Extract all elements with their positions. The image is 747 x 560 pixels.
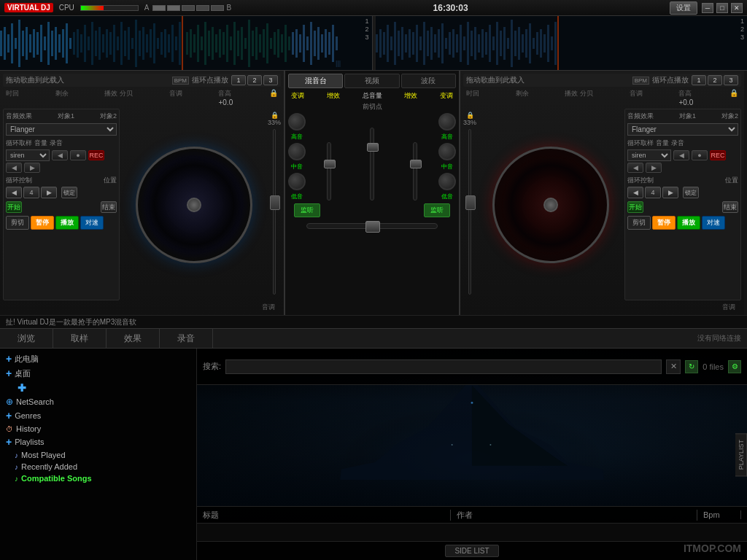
end-btn-right[interactable]: 结束 <box>722 201 738 213</box>
crossfader-track[interactable] <box>306 223 438 229</box>
playlist-tab[interactable]: PLAYLIST <box>735 433 747 476</box>
fader-track-master[interactable] <box>370 128 374 201</box>
pitch-handle-right[interactable] <box>465 195 476 210</box>
settings-icon-browser[interactable]: ⚙ <box>728 360 741 373</box>
fader-handle-right[interactable] <box>410 160 422 168</box>
loop-btn-1-left[interactable]: 1 <box>231 75 246 85</box>
nav-tab-fx[interactable]: 效果 <box>107 329 160 348</box>
restore-button[interactable]: □ <box>716 3 728 13</box>
sidebar-item-playlists[interactable]: + Playlists <box>0 435 196 449</box>
svg-rect-87 <box>314 31 316 56</box>
start-btn-left[interactable]: 开始 <box>6 201 22 213</box>
sample-select-right[interactable]: siren <box>627 149 671 161</box>
loop-btn-3-left[interactable]: 3 <box>263 75 278 85</box>
loop-next-left[interactable]: ▶ <box>41 187 57 198</box>
fx-select-left[interactable]: Flanger <box>6 123 117 136</box>
svg-rect-57 <box>204 22 206 65</box>
loop-lock-left[interactable]: 锁定 <box>61 187 77 198</box>
arrow-right-left[interactable]: ▶ <box>24 163 40 173</box>
nav-tab-sample[interactable]: 取样 <box>53 329 107 348</box>
vol-btn-right[interactable]: ◀ <box>673 150 689 160</box>
side-list-button[interactable]: SIDE LIST <box>445 545 498 557</box>
end-btn-left[interactable]: 结束 <box>101 201 117 213</box>
treble-knob-left[interactable] <box>288 113 306 131</box>
settings-button[interactable]: 设置 <box>670 1 697 15</box>
pitch-track-left[interactable] <box>273 129 276 295</box>
loop-btn-2-right[interactable]: 2 <box>708 75 722 85</box>
crossfader-handle[interactable] <box>365 221 380 233</box>
fader-handle-master[interactable] <box>367 143 379 152</box>
fx-select-right[interactable]: Flanger <box>627 123 738 136</box>
close-button[interactable]: ✕ <box>731 3 743 13</box>
fx-label-mixer2: 增效 <box>404 91 417 101</box>
sidebar-item-most-played[interactable]: ♪ Most Played <box>9 449 196 461</box>
nav-tab-browse[interactable]: 浏览 <box>0 329 53 348</box>
sample-select-left[interactable]: siren <box>6 149 50 161</box>
start-btn-right[interactable]: 开始 <box>627 201 643 213</box>
sidebar-item-recently-added[interactable]: ♪ Recently Added <box>9 461 196 472</box>
refresh-button[interactable]: ↻ <box>685 360 698 373</box>
table-headers: 标题 作者 Bpm <box>197 506 747 524</box>
mixer-tab-mixer[interactable]: 混音台 <box>288 74 343 88</box>
transform-label-left: 变调 <box>291 91 304 101</box>
bass-knob-left[interactable] <box>288 173 306 190</box>
loop-btn-1-right[interactable]: 1 <box>692 75 706 85</box>
play-btn-right[interactable]: 播放 <box>677 216 700 230</box>
monitor-left-btn[interactable]: 监听 <box>294 203 320 217</box>
sidebar-item-desktop-sub[interactable]: ✚ <box>12 381 196 395</box>
arrow-right-right[interactable]: ▶ <box>646 163 662 173</box>
pause-btn-left[interactable]: 暂停 <box>31 216 54 230</box>
deck-vol-right: 音高 +0.0 <box>678 89 693 106</box>
mid-knob-left[interactable] <box>288 143 306 160</box>
monitor-right-btn[interactable]: 监听 <box>424 203 450 217</box>
vol-btn2-left[interactable]: ● <box>70 150 86 160</box>
loop-prev-left[interactable]: ◀ <box>6 187 22 198</box>
loop-next-right[interactable]: ▶ <box>662 187 678 198</box>
pitch-track-right[interactable] <box>468 129 471 295</box>
arrow-left-right[interactable]: ◀ <box>627 163 643 173</box>
mid-knob-right[interactable] <box>438 143 456 160</box>
mixer-tab-video[interactable]: 视频 <box>344 74 399 88</box>
pause-btn-right[interactable]: 暂停 <box>652 216 676 230</box>
search-clear-button[interactable]: ✕ <box>666 359 681 374</box>
sidebar-item-desktop[interactable]: + 桌面 <box>0 366 196 381</box>
treble-knob-right[interactable] <box>438 113 456 131</box>
nav-tab-record[interactable]: 录音 <box>160 329 213 348</box>
speed-btn-right[interactable]: 对速 <box>702 216 725 230</box>
mid-lbl-left: 中音 <box>291 163 303 171</box>
vol-btn-left[interactable]: ◀ <box>52 150 68 160</box>
sidebar-item-netsearch[interactable]: ⊕ NetSearch <box>0 395 196 408</box>
svg-rect-137 <box>522 34 524 52</box>
fader-track-right[interactable] <box>413 142 417 201</box>
turntable-right[interactable] <box>492 147 609 263</box>
loop-btn-2-left[interactable]: 2 <box>247 75 262 85</box>
loop-lock-right[interactable]: 锁定 <box>683 187 699 198</box>
minimize-button[interactable]: ─ <box>702 3 713 13</box>
pitch-handle-left[interactable] <box>270 195 280 210</box>
sidebar-item-genres[interactable]: + Genres <box>0 408 196 423</box>
loop-ctrl-section-right: 循环控制 位置 ◀ 4 ▶ 锁定 <box>627 176 738 198</box>
cut-btn-right[interactable]: 剪切 <box>627 216 651 230</box>
vol-btn2-right[interactable]: ● <box>692 150 708 160</box>
mixer-tab-wave[interactable]: 波段 <box>401 74 456 88</box>
nav-status: 没有同络连接 <box>697 333 747 343</box>
svg-rect-44 <box>153 23 155 63</box>
rec-btn-left[interactable]: REC <box>88 150 104 160</box>
sidebar-item-compatible-songs[interactable]: ♪ Compatible Songs <box>9 472 196 484</box>
sidebar-item-computer[interactable]: + 此电脑 <box>0 351 196 366</box>
rec-btn-right[interactable]: REC <box>710 150 726 160</box>
bass-knob-right[interactable] <box>438 173 456 190</box>
turntable-left[interactable] <box>136 147 252 263</box>
svg-rect-68 <box>244 38 247 49</box>
loop-prev-right[interactable]: ◀ <box>627 187 643 198</box>
svg-rect-93 <box>336 36 338 50</box>
search-input[interactable] <box>225 359 662 374</box>
speed-btn-left[interactable]: 对速 <box>80 216 104 230</box>
arrow-left-left[interactable]: ◀ <box>6 163 22 173</box>
play-btn-left[interactable]: 播放 <box>55 216 79 230</box>
cut-btn-left[interactable]: 剪切 <box>6 216 29 230</box>
fader-handle-left[interactable] <box>324 160 336 168</box>
fader-track-left[interactable] <box>327 142 331 201</box>
sidebar-item-history[interactable]: ⏱ History <box>0 423 196 435</box>
loop-btn-3-right[interactable]: 3 <box>724 75 738 85</box>
